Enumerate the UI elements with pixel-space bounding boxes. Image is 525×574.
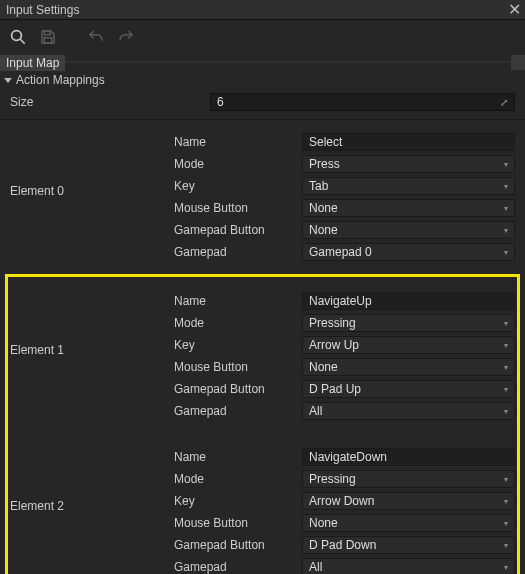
elements-list: Element 0 NameSelect ModePress▾ KeyTab▾ … <box>0 119 525 574</box>
key-select[interactable]: Arrow Up▾ <box>302 336 515 354</box>
close-icon[interactable]: ✕ <box>508 3 521 17</box>
chevron-down-icon: ▾ <box>504 385 508 394</box>
element-fields: NameNavigateDown ModePressing▾ KeyArrow … <box>174 447 515 574</box>
section-header[interactable]: Action Mappings <box>0 71 525 89</box>
window-title: Input Settings <box>6 3 79 17</box>
element-card: Element 0 NameSelect ModePress▾ KeyTab▾ … <box>0 119 525 274</box>
size-label: Size <box>10 95 210 109</box>
titlebar: Input Settings ✕ <box>0 0 525 20</box>
name-input[interactable]: NavigateDown <box>302 448 515 466</box>
undo-icon[interactable] <box>86 27 106 47</box>
name-input[interactable]: Select <box>302 133 515 151</box>
field-label-name: Name <box>174 450 302 464</box>
field-label-gbtn: Gamepad Button <box>174 538 302 552</box>
field-label-gbtn: Gamepad Button <box>174 223 302 237</box>
chevron-down-icon: ▾ <box>504 363 508 372</box>
chevron-down-icon: ▾ <box>504 182 508 191</box>
gamepad-button-select[interactable]: D Pad Up▾ <box>302 380 515 398</box>
size-input[interactable]: 6 ⤢ <box>210 93 515 111</box>
chevron-down-icon: ▾ <box>504 497 508 506</box>
field-label-name: Name <box>174 135 302 149</box>
gamepad-select[interactable]: Gamepad 0▾ <box>302 243 515 261</box>
svg-line-1 <box>20 39 25 44</box>
field-label-gbtn: Gamepad Button <box>174 382 302 396</box>
key-select[interactable]: Arrow Down▾ <box>302 492 515 510</box>
search-icon[interactable] <box>8 27 28 47</box>
chevron-down-icon: ▾ <box>504 563 508 572</box>
field-label-mode: Mode <box>174 472 302 486</box>
chevron-down-icon: ▾ <box>504 541 508 550</box>
element-card: Element 1 NameNavigateUp ModePressing▾ K… <box>8 279 517 435</box>
svg-rect-3 <box>44 38 52 43</box>
field-label-key: Key <box>174 338 302 352</box>
field-label-mode: Mode <box>174 157 302 171</box>
chevron-down-icon: ▾ <box>504 319 508 328</box>
chevron-down-icon: ▾ <box>504 160 508 169</box>
gamepad-select[interactable]: All▾ <box>302 402 515 420</box>
key-select[interactable]: Tab▾ <box>302 177 515 195</box>
section-title: Action Mappings <box>16 73 105 87</box>
element-fields: NameNavigateUp ModePressing▾ KeyArrow Up… <box>174 291 515 421</box>
chevron-down-icon: ▾ <box>504 204 508 213</box>
chevron-down-icon <box>4 78 12 83</box>
field-label-mode: Mode <box>174 316 302 330</box>
element-fields: NameSelect ModePress▾ KeyTab▾ Mouse Butt… <box>174 132 515 262</box>
breadcrumb-segment[interactable]: Input Map <box>0 55 65 71</box>
field-label-mouse: Mouse Button <box>174 516 302 530</box>
mode-select[interactable]: Pressing▾ <box>302 470 515 488</box>
field-label-name: Name <box>174 294 302 308</box>
chevron-down-icon: ▾ <box>504 519 508 528</box>
chevron-down-icon: ▾ <box>504 407 508 416</box>
mode-select[interactable]: Press▾ <box>302 155 515 173</box>
field-label-key: Key <box>174 494 302 508</box>
redo-icon[interactable] <box>116 27 136 47</box>
mode-select[interactable]: Pressing▾ <box>302 314 515 332</box>
element-label: Element 0 <box>10 132 170 262</box>
gamepad-button-select[interactable]: None▾ <box>302 221 515 239</box>
size-value: 6 <box>217 95 224 109</box>
field-label-mouse: Mouse Button <box>174 201 302 215</box>
field-label-mouse: Mouse Button <box>174 360 302 374</box>
name-input[interactable]: NavigateUp <box>302 292 515 310</box>
element-label: Element 2 <box>10 447 170 574</box>
gamepad-select[interactable]: All▾ <box>302 558 515 574</box>
mouse-select[interactable]: None▾ <box>302 514 515 532</box>
field-label-key: Key <box>174 179 302 193</box>
mouse-select[interactable]: None▾ <box>302 199 515 217</box>
chevron-down-icon: ▾ <box>504 226 508 235</box>
svg-rect-2 <box>44 31 50 35</box>
svg-point-0 <box>12 31 22 41</box>
field-label-gpad: Gamepad <box>174 245 302 259</box>
breadcrumb-fill <box>65 61 511 65</box>
gamepad-button-select[interactable]: D Pad Down▾ <box>302 536 515 554</box>
element-card: Element 2 NameNavigateDown ModePressing▾… <box>8 435 517 574</box>
toolbar <box>0 20 525 54</box>
field-label-gpad: Gamepad <box>174 560 302 574</box>
chevron-down-icon: ▾ <box>504 248 508 257</box>
chevron-down-icon: ▾ <box>504 341 508 350</box>
mouse-select[interactable]: None▾ <box>302 358 515 376</box>
expand-icon[interactable]: ⤢ <box>500 97 508 108</box>
save-icon[interactable] <box>38 27 58 47</box>
breadcrumb-endcap <box>511 55 525 70</box>
chevron-down-icon: ▾ <box>504 475 508 484</box>
highlighted-group: Element 1 NameNavigateUp ModePressing▾ K… <box>5 274 520 574</box>
field-label-gpad: Gamepad <box>174 404 302 418</box>
size-row: Size 6 ⤢ <box>0 89 525 119</box>
breadcrumb: Input Map <box>0 54 525 71</box>
element-label: Element 1 <box>10 291 170 421</box>
